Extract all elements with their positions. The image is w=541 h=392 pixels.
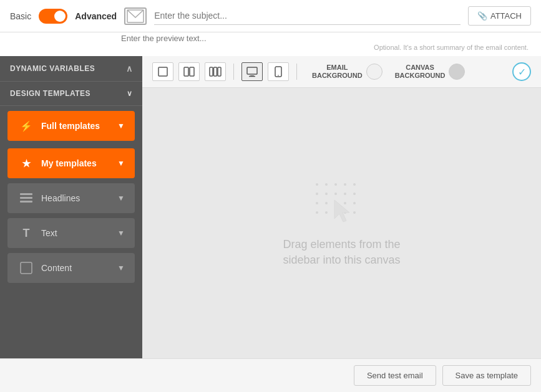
svg-point-24 — [344, 193, 346, 195]
check-button[interactable]: ✓ — [512, 62, 531, 81]
drag-cursor-icon — [311, 178, 373, 231]
full-templates-button[interactable]: ⚡ Full templates ▼ — [7, 111, 135, 141]
svg-rect-9 — [214, 67, 217, 76]
svg-point-28 — [344, 202, 346, 204]
svg-point-15 — [278, 75, 279, 76]
design-templates-section[interactable]: DESIGN TEMPLATES ∨ — [0, 82, 142, 106]
svg-point-23 — [334, 193, 337, 195]
svg-point-17 — [325, 183, 328, 186]
svg-rect-7 — [190, 67, 194, 76]
svg-point-26 — [316, 202, 318, 204]
svg-point-25 — [353, 193, 356, 195]
content-icon — [17, 259, 35, 277]
main-content: DYNAMIC VARIABLES ∧ DESIGN TEMPLATES ∨ ⚡… — [0, 56, 541, 358]
mobile-view-button[interactable] — [268, 62, 289, 81]
svg-point-16 — [316, 183, 318, 186]
svg-marker-34 — [334, 200, 349, 222]
canvas-drop-area: Drag elements from thesidebar into this … — [142, 88, 541, 358]
svg-point-33 — [353, 211, 356, 214]
email-background-section: EMAILBACKGROUND — [312, 64, 383, 80]
save-template-button[interactable]: Save as template — [442, 365, 531, 386]
svg-point-20 — [353, 183, 356, 186]
layout-single-button[interactable] — [152, 62, 173, 81]
my-templates-label: My templates — [41, 158, 111, 168]
headlines-icon — [17, 189, 35, 207]
content-label: Content — [41, 263, 111, 273]
svg-rect-6 — [184, 67, 188, 76]
chevron-up-icon: ∧ — [126, 64, 133, 74]
svg-point-30 — [316, 211, 318, 214]
optional-hint: Optional. It's a short summary of the em… — [10, 44, 531, 51]
star-icon: ★ — [17, 155, 35, 172]
svg-point-19 — [344, 183, 346, 186]
design-templates-label: DESIGN TEMPLATES — [10, 89, 90, 98]
svg-rect-8 — [210, 67, 213, 76]
text-label: Text — [41, 228, 111, 238]
content-arrow-icon: ▼ — [117, 264, 125, 272]
sidebar: DYNAMIC VARIABLES ∧ DESIGN TEMPLATES ∨ ⚡… — [0, 56, 142, 358]
svg-rect-10 — [218, 67, 221, 76]
subject-input[interactable] — [154, 7, 461, 25]
text-item[interactable]: T Text ▼ — [7, 218, 135, 248]
content-item[interactable]: Content ▼ — [7, 253, 135, 283]
send-test-button[interactable]: Send test email — [354, 365, 436, 386]
attach-button[interactable]: 📎 ATTACH — [468, 6, 531, 26]
basic-label: Basic — [10, 11, 31, 21]
canvas-background-color[interactable] — [449, 64, 465, 80]
svg-rect-5 — [158, 67, 167, 76]
canvas-area: EMAILBACKGROUND CANVASBACKGROUND ✓ — [142, 56, 541, 358]
dropdown-arrow-icon2: ▼ — [117, 159, 125, 168]
canvas-background-label: CANVASBACKGROUND — [395, 64, 446, 80]
toolbar-separator — [233, 64, 234, 80]
svg-point-29 — [353, 202, 356, 204]
toolbar-separator2 — [296, 64, 297, 80]
bottom-bar: Send test email Save as template — [0, 358, 541, 392]
layout-two-col-button[interactable] — [178, 62, 200, 81]
svg-point-22 — [325, 193, 328, 195]
top-bar: Basic Advanced 📎 ATTACH — [0, 0, 541, 32]
text-icon: T — [17, 224, 35, 242]
paperclip-icon: 📎 — [477, 11, 487, 21]
email-background-color[interactable] — [366, 64, 383, 80]
text-arrow-icon: ▼ — [117, 229, 125, 237]
dynamic-variables-section[interactable]: DYNAMIC VARIABLES ∧ — [0, 56, 142, 82]
my-templates-button[interactable]: ★ My templates ▼ — [7, 148, 135, 178]
drop-hint-text: Drag elements from thesidebar into this … — [283, 237, 400, 268]
full-templates-label: Full templates — [41, 121, 111, 131]
advanced-label: Advanced — [75, 11, 117, 21]
svg-rect-4 — [21, 262, 32, 274]
headlines-arrow-icon: ▼ — [117, 194, 125, 203]
dropdown-arrow-icon: ▼ — [117, 122, 125, 130]
chevron-down-icon: ∨ — [127, 89, 133, 98]
preview-input[interactable] — [10, 34, 531, 43]
email-background-label: EMAILBACKGROUND — [312, 64, 363, 80]
canvas-background-section: CANVASBACKGROUND — [395, 64, 465, 80]
headlines-item[interactable]: Headlines ▼ — [7, 183, 135, 213]
svg-point-18 — [334, 183, 337, 186]
dynamic-variables-label: DYNAMIC VARIABLES — [10, 64, 95, 73]
mode-toggle[interactable] — [39, 9, 67, 24]
svg-rect-11 — [247, 67, 257, 74]
desktop-view-button[interactable] — [241, 62, 263, 81]
headlines-label: Headlines — [41, 193, 111, 203]
svg-point-31 — [325, 211, 328, 214]
attach-label: ATTACH — [490, 11, 522, 21]
lightning-icon: ⚡ — [17, 117, 35, 135]
svg-rect-3 — [20, 201, 32, 203]
email-icon — [124, 7, 147, 25]
svg-rect-2 — [20, 197, 32, 199]
svg-rect-1 — [20, 193, 32, 195]
preview-row: Optional. It's a short summary of the em… — [0, 32, 541, 56]
svg-point-27 — [325, 202, 328, 204]
svg-point-21 — [316, 193, 318, 195]
canvas-toolbar: EMAILBACKGROUND CANVASBACKGROUND ✓ — [142, 56, 541, 88]
layout-three-col-button[interactable] — [205, 62, 226, 81]
